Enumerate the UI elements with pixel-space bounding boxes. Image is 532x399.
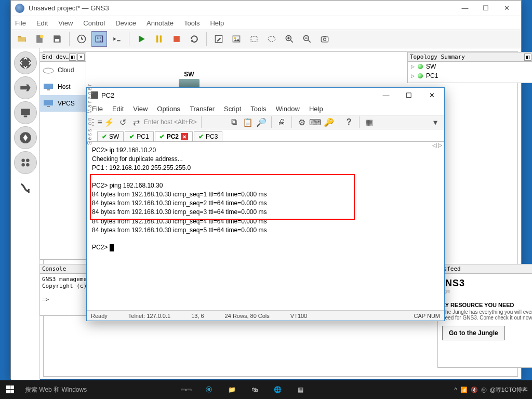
device-cloud[interactable]: Cloud [40,62,86,78]
topo-item-pc1[interactable]: ▷PC1 [408,71,532,81]
tmenu-view[interactable]: View [133,105,148,113]
minimize-button[interactable]: — [455,2,475,15]
screenshot-icon[interactable] [317,31,332,47]
keyboard-icon[interactable]: ⌨ [310,116,321,128]
tray-network-icon[interactable]: 📶 [460,387,468,393]
stop-icon[interactable] [169,31,184,47]
explorer-icon[interactable]: 📁 [222,382,241,397]
device-host[interactable]: Host [40,78,86,95]
paste-icon[interactable]: 📋 [242,116,254,128]
app-taskbar-icon[interactable]: ▦ [291,382,310,397]
status-termtype: VT100 [290,313,307,319]
security-category-icon[interactable] [14,126,37,149]
save-icon[interactable] [49,31,65,47]
window-title: Unsaved project* — GNS3 [29,4,455,12]
play-icon[interactable] [134,31,149,47]
maximize-button[interactable]: ☐ [475,2,496,15]
tray-volume-icon[interactable]: 🔇 [471,387,478,393]
close-button[interactable]: ✕ [496,2,517,15]
start-button[interactable] [0,380,21,399]
open-icon[interactable] [14,31,30,47]
router-category-icon[interactable] [14,51,37,74]
zoom-out-icon[interactable] [299,31,315,47]
tab-close-icon[interactable]: ✕ [181,133,188,140]
panel-close-icon[interactable]: ✕ [77,54,85,61]
menu-edit[interactable]: Edit [36,19,48,27]
go-to-jungle-button[interactable]: Go to the Jungle [442,326,505,340]
select-rect-icon[interactable] [246,31,262,47]
panel-float-icon[interactable]: ◧ [524,54,531,61]
menu-view[interactable]: View [58,19,73,27]
tab-pc1[interactable]: ✔PC1 [125,131,153,141]
newsfeed-panel: wsfeed ◧ iNS3 ngle LY RESOURCE YOU NEED … [437,264,532,368]
term-close-button[interactable]: ✕ [423,89,440,101]
tmenu-help[interactable]: Help [309,105,323,113]
help-icon[interactable]: ? [343,116,355,128]
tmenu-edit[interactable]: Edit [112,105,124,113]
new-file-icon[interactable] [32,31,47,47]
misc-icon[interactable]: ▦ [364,116,375,128]
disconnect-icon[interactable]: ⇄ [130,116,142,128]
edge-icon[interactable]: ⓔ [200,382,218,397]
host-input-hint[interactable]: Enter host <Alt+R> [144,118,197,126]
image-icon[interactable] [229,31,244,47]
taskbar-search[interactable]: 搜索 Web 和 Windows [21,385,156,394]
all-category-icon[interactable] [14,151,37,174]
svg-rect-17 [321,37,328,42]
tray-chevron-icon[interactable]: ^ [455,387,457,393]
reconnect-icon[interactable]: ↺ [117,116,128,128]
tab-pc2[interactable]: ✔PC2 ✕ [155,131,193,141]
enddevice-category-icon[interactable] [14,101,37,124]
tmenu-window[interactable]: Window [276,105,300,113]
quick-connect-icon[interactable]: ⚡ [103,116,115,128]
link-tool-icon[interactable] [14,176,37,199]
tmenu-script[interactable]: Script [224,105,241,113]
pause-icon[interactable] [151,31,167,47]
print-icon[interactable]: 🖨 [276,116,287,128]
menu-help[interactable]: Help [210,19,224,27]
edit-icon[interactable] [211,31,227,47]
clock-icon[interactable] [74,31,89,47]
menu-annotate[interactable]: Annotate [147,19,174,27]
svg-rect-8 [160,35,162,42]
menu-tools[interactable]: Tools [184,19,200,27]
reload-icon[interactable] [187,31,202,47]
tmenu-file[interactable]: File [92,105,103,113]
menu-control[interactable]: Control [83,19,105,27]
terminal-output[interactable]: PC2> ip 192.168.10.20 Checking for dupli… [87,142,444,273]
store-icon[interactable]: 🛍 [245,382,264,397]
panel-float-icon[interactable]: ◧ [69,54,76,61]
console-icon[interactable] [109,31,125,47]
copy-icon[interactable]: ⧉ [229,116,240,128]
cursor [110,244,114,251]
settings-icon[interactable]: ⚙ [296,116,308,128]
labels-toggle[interactable]: abc [91,31,107,47]
select-ellipse-icon[interactable] [264,31,280,47]
svg-rect-34 [10,385,14,389]
find-icon[interactable]: 🔎 [256,116,267,128]
browser-icon[interactable]: 🌐 [268,382,287,397]
tmenu-transfer[interactable]: Transfer [190,105,215,113]
topo-item-sw[interactable]: ▷SW [408,62,532,71]
key-icon[interactable]: 🔑 [323,116,335,128]
windows-taskbar: 搜索 Web 和 Windows ▭▭ ⓔ 📁 🛍 🌐 ▦ ^ 📶 🔇 ㊥ @哼… [0,380,532,399]
tmenu-options[interactable]: Options [157,105,180,113]
zoom-in-icon[interactable] [282,31,297,47]
terminal-window: PC2 — ☐ ✕ File Edit View Options Transfe… [86,87,445,321]
menu-file[interactable]: File [15,19,26,27]
tab-sw[interactable]: ✔SW [97,131,124,141]
device-vpcs[interactable]: VPCS [40,95,86,112]
tray-ime-icon[interactable]: ㊥ [481,386,487,394]
term-maximize-button[interactable]: ☐ [401,89,417,101]
tab-pc3[interactable]: ✔PC3 [194,131,222,141]
system-tray[interactable]: ^ 📶 🔇 ㊥ @哼1CTO博客 [455,386,532,394]
term-minimize-button[interactable]: — [378,89,394,101]
menu-device[interactable]: Device [115,19,136,27]
tmenu-tools[interactable]: Tools [250,105,266,113]
svg-rect-9 [174,36,180,42]
switch-category-icon[interactable] [14,76,37,99]
taskview-icon[interactable]: ▭▭ [177,382,195,397]
status-caps: CAP NUM [414,313,440,319]
session-manager-label[interactable]: S e s s i o n M a n a g e r [87,93,92,145]
toolbar-overflow-icon[interactable]: ▾ [430,116,441,128]
